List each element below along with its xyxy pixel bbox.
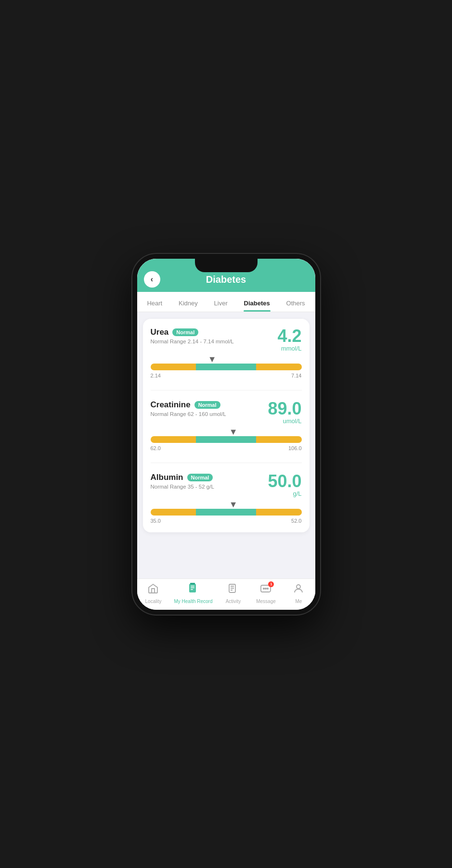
svg-rect-2 bbox=[191, 587, 194, 588]
albumin-pointer: ▼ bbox=[229, 500, 238, 509]
metric-urea-range: Normal Range 2.14 - 7.14 mmol/L bbox=[151, 339, 234, 344]
urea-max-label: 7.14 bbox=[291, 373, 301, 378]
metric-creatinine-range: Normal Range 62 - 160 umol/L bbox=[151, 411, 226, 417]
metric-creatinine-unit: umol/L bbox=[268, 417, 301, 425]
creatinine-max-label: 106.0 bbox=[288, 445, 302, 451]
albumin-range-labels: 35.0 52.0 bbox=[151, 518, 302, 524]
home-icon bbox=[147, 583, 159, 597]
albumin-bar-left bbox=[151, 509, 196, 516]
screen: ‹ Diabetes Heart Kidney Liver Diabetes O… bbox=[137, 259, 315, 610]
creatinine-range-bar-container: ▼ 62.0 106.0 bbox=[151, 436, 302, 451]
message-badge: 1 bbox=[268, 581, 274, 587]
creatinine-range-labels: 62.0 106.0 bbox=[151, 445, 302, 451]
svg-point-10 bbox=[263, 588, 264, 589]
albumin-range-bar bbox=[151, 509, 302, 516]
tab-others[interactable]: Others bbox=[283, 297, 309, 312]
metric-creatinine-value: 89.0 bbox=[268, 400, 301, 417]
nav-message[interactable]: 1 Message bbox=[254, 583, 278, 604]
creatinine-bar-middle bbox=[196, 436, 257, 443]
urea-pointer-icon: ▼ bbox=[208, 355, 217, 364]
metric-urea-value: 4.2 bbox=[277, 327, 301, 345]
albumin-bar-middle bbox=[196, 509, 257, 516]
nav-locality-label: Locality bbox=[145, 599, 162, 604]
nav-health-record-label: My Health Record bbox=[174, 599, 212, 604]
urea-range-bar-container: ▼ 2.14 7.14 bbox=[151, 364, 302, 378]
urea-bar-right bbox=[256, 364, 301, 370]
metric-urea-name: Urea bbox=[151, 327, 169, 337]
metric-creatinine-name: Creatinine bbox=[151, 400, 191, 410]
albumin-max-label: 52.0 bbox=[291, 518, 301, 524]
metric-albumin-name: Albumin bbox=[151, 473, 183, 482]
creatinine-range-bar bbox=[151, 436, 302, 443]
back-icon: ‹ bbox=[151, 276, 153, 283]
creatinine-pointer-icon: ▼ bbox=[229, 428, 238, 436]
activity-icon bbox=[227, 583, 239, 597]
nav-activity[interactable]: Activity bbox=[221, 583, 245, 604]
tab-heart[interactable]: Heart bbox=[143, 297, 166, 312]
creatinine-min-label: 62.0 bbox=[151, 445, 161, 451]
tab-kidney[interactable]: Kidney bbox=[175, 297, 202, 312]
urea-bar-left bbox=[151, 364, 196, 370]
svg-rect-3 bbox=[191, 589, 193, 590]
metrics-card: Urea Normal Normal Range 2.14 - 7.14 mmo… bbox=[143, 319, 310, 532]
main-content: Urea Normal Normal Range 2.14 - 7.14 mmo… bbox=[137, 312, 315, 579]
metric-urea-header: Urea Normal Normal Range 2.14 - 7.14 mmo… bbox=[151, 327, 302, 352]
me-icon bbox=[293, 583, 304, 597]
nav-locality[interactable]: Locality bbox=[141, 583, 165, 604]
nav-message-label: Message bbox=[256, 599, 276, 604]
metric-albumin-range: Normal Range 35 - 52 g/L bbox=[151, 484, 214, 490]
tab-liver[interactable]: Liver bbox=[210, 297, 232, 312]
nav-health-record[interactable]: My Health Record bbox=[174, 583, 212, 604]
creatinine-bar-right bbox=[256, 436, 301, 443]
notch bbox=[195, 259, 258, 272]
metric-urea: Urea Normal Normal Range 2.14 - 7.14 mmo… bbox=[151, 327, 302, 378]
metric-albumin-badge: Normal bbox=[187, 474, 213, 481]
metric-creatinine: Creatinine Normal Normal Range 62 - 160 … bbox=[151, 400, 302, 451]
metric-albumin: Albumin Normal Normal Range 35 - 52 g/L … bbox=[151, 473, 302, 524]
page-title: Diabetes bbox=[145, 274, 308, 285]
metric-creatinine-badge: Normal bbox=[194, 401, 220, 409]
albumin-range-bar-container: ▼ 35.0 52.0 bbox=[151, 509, 302, 524]
albumin-bar-right bbox=[256, 509, 301, 516]
urea-range-labels: 2.14 7.14 bbox=[151, 373, 302, 378]
bottom-nav: Locality My Health Record bbox=[137, 579, 315, 610]
tabs-bar: Heart Kidney Liver Diabetes Others bbox=[137, 292, 315, 312]
metric-albumin-header: Albumin Normal Normal Range 35 - 52 g/L … bbox=[151, 473, 302, 497]
divider-1 bbox=[151, 390, 302, 390]
back-button[interactable]: ‹ bbox=[144, 271, 160, 288]
divider-2 bbox=[151, 463, 302, 463]
metric-albumin-unit: g/L bbox=[268, 490, 301, 497]
metric-creatinine-header: Creatinine Normal Normal Range 62 - 160 … bbox=[151, 400, 302, 425]
creatinine-bar-left bbox=[151, 436, 196, 443]
urea-bar-middle bbox=[196, 364, 257, 370]
metric-urea-unit: mmol/L bbox=[277, 345, 301, 352]
svg-point-12 bbox=[267, 588, 268, 589]
metric-urea-badge: Normal bbox=[172, 328, 198, 336]
nav-activity-label: Activity bbox=[226, 599, 241, 604]
albumin-min-label: 35.0 bbox=[151, 518, 161, 524]
svg-rect-1 bbox=[191, 586, 194, 587]
nav-me-label: Me bbox=[296, 599, 302, 604]
message-icon: 1 bbox=[260, 583, 271, 597]
albumin-pointer-icon: ▼ bbox=[229, 500, 238, 509]
svg-rect-4 bbox=[190, 583, 195, 584]
svg-point-13 bbox=[297, 585, 300, 589]
tab-diabetes[interactable]: Diabetes bbox=[240, 297, 274, 312]
urea-range-bar bbox=[151, 364, 302, 370]
metric-albumin-value: 50.0 bbox=[268, 473, 301, 490]
phone-frame: ‹ Diabetes Heart Kidney Liver Diabetes O… bbox=[132, 254, 320, 615]
nav-me[interactable]: Me bbox=[286, 583, 310, 604]
health-record-icon bbox=[187, 583, 199, 597]
svg-point-11 bbox=[265, 588, 266, 589]
urea-min-label: 2.14 bbox=[151, 373, 161, 378]
creatinine-pointer: ▼ bbox=[229, 428, 238, 436]
urea-pointer: ▼ bbox=[208, 355, 217, 364]
